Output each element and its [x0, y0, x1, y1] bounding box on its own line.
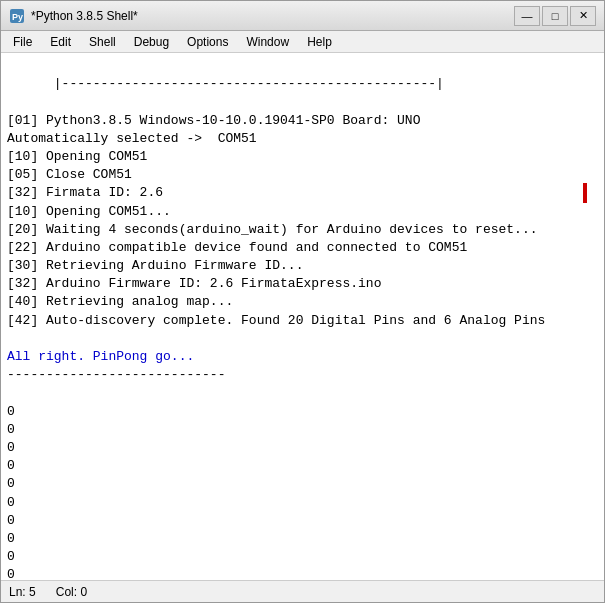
maximize-button[interactable]: □	[542, 6, 568, 26]
terminal-line: [32] Arduino Firmware ID: 2.6 FirmataExp…	[7, 276, 381, 291]
terminal-line: 0	[7, 422, 15, 437]
col-value: 0	[80, 585, 87, 599]
terminal-line: [30] Retrieving Arduino Firmware ID...	[7, 258, 303, 273]
menu-help[interactable]: Help	[299, 33, 340, 51]
terminal-line: Automatically selected -> COM51	[7, 131, 257, 146]
terminal-line: 0	[7, 513, 15, 528]
menu-bar: File Edit Shell Debug Options Window Hel…	[1, 31, 604, 53]
terminal-line: [22] Arduino compatible device found and…	[7, 240, 467, 255]
minimize-button[interactable]: —	[514, 6, 540, 26]
window-title: *Python 3.8.5 Shell*	[31, 9, 514, 23]
main-window: Py *Python 3.8.5 Shell* — □ ✕ File Edit …	[0, 0, 605, 603]
menu-shell[interactable]: Shell	[81, 33, 124, 51]
title-bar: Py *Python 3.8.5 Shell* — □ ✕	[1, 1, 604, 31]
terminal-line: [42] Auto-discovery complete. Found 20 D…	[7, 313, 545, 328]
menu-file[interactable]: File	[5, 33, 40, 51]
terminal-line: 0	[7, 404, 15, 419]
terminal-line: [40] Retrieving analog map...	[7, 294, 233, 309]
terminal-line: 0	[7, 458, 15, 473]
red-scroll-marker	[583, 183, 587, 203]
svg-text:Py: Py	[12, 12, 23, 22]
col-label: Col:	[56, 585, 77, 599]
terminal-line: |---------------------------------------…	[54, 76, 444, 91]
terminal-line: [10] Opening COM51...	[7, 204, 171, 219]
menu-debug[interactable]: Debug	[126, 33, 177, 51]
close-button[interactable]: ✕	[570, 6, 596, 26]
terminal-line: 0	[7, 549, 15, 564]
terminal-line: [05] Close COM51	[7, 167, 132, 182]
terminal-line: [32] Firmata ID: 2.6	[7, 185, 163, 200]
status-bar: Ln: 5 Col: 0	[1, 580, 604, 602]
terminal-line: 0	[7, 440, 15, 455]
app-icon: Py	[9, 8, 25, 24]
menu-window[interactable]: Window	[238, 33, 297, 51]
window-controls: — □ ✕	[514, 6, 596, 26]
col-status: Col: 0	[56, 585, 87, 599]
terminal-line: [01] Python3.8.5 Windows-10-10.0.19041-S…	[7, 113, 420, 128]
line-label: Ln:	[9, 585, 26, 599]
terminal-line: [10] Opening COM51	[7, 149, 147, 164]
terminal-line: ----------------------------	[7, 367, 225, 382]
terminal-output[interactable]: |---------------------------------------…	[1, 53, 604, 580]
terminal-line: 0	[7, 476, 15, 491]
line-status: Ln: 5	[9, 585, 36, 599]
content-area: |---------------------------------------…	[1, 53, 604, 580]
terminal-line-blue: All right. PinPong go...	[7, 349, 194, 364]
terminal-line: 0	[7, 567, 15, 580]
terminal-line: 0	[7, 495, 15, 510]
terminal-line: 0	[7, 531, 15, 546]
menu-edit[interactable]: Edit	[42, 33, 79, 51]
terminal-line: [20] Waiting 4 seconds(arduino_wait) for…	[7, 222, 538, 237]
line-value: 5	[29, 585, 36, 599]
menu-options[interactable]: Options	[179, 33, 236, 51]
